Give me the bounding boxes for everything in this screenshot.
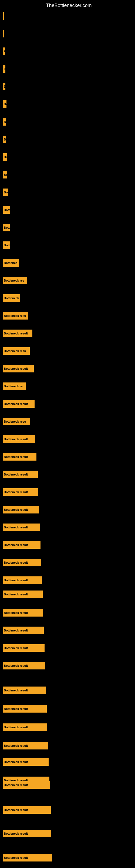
bar: Bo: [3, 100, 6, 108]
bar-row: Bottl: [3, 206, 10, 214]
bar-label: Bottleneck result: [4, 402, 28, 405]
bar: B: [3, 65, 5, 73]
bar-label: Bottleneck result: [4, 437, 28, 441]
bar-row: Bottleneck resu: [3, 418, 30, 425]
chart-container: TheBottlenecker.com EBEBoBBBoBoBotBottlB…: [0, 0, 135, 868]
bar: Bottleneck result: [3, 830, 51, 837]
bar: Bottleneck result: [3, 330, 32, 337]
bar: Bo: [3, 153, 7, 161]
bar-label: Bottleneck result: [4, 508, 28, 511]
bar-label: Bottleneck result: [4, 832, 28, 835]
bar: Bottleneck result: [3, 488, 38, 496]
bar-row: Bottleneck resu: [3, 312, 28, 319]
bar: [3, 30, 4, 37]
bar: Bottleneck result: [3, 662, 45, 670]
bar-label: Bottleneck res: [4, 279, 24, 282]
bar-label: Bottleneck result: [4, 783, 28, 786]
bar: Bottleneck result: [3, 400, 35, 408]
bar: Bottleneck result: [3, 644, 45, 652]
bar-row: Bottleneck result: [3, 400, 35, 408]
bar-row: Bottleneck result: [3, 365, 34, 372]
bar: Bottleneck result: [3, 723, 47, 731]
bar-label: Bottleneck result: [4, 455, 28, 458]
bar-row: Bott: [3, 224, 10, 231]
bar-label: Bottleneck result: [4, 808, 28, 812]
bar: Bot: [3, 188, 8, 196]
bar-label: Bo: [4, 173, 7, 176]
bar: Bottleneck result: [3, 627, 44, 634]
bar-label: B: [4, 67, 5, 70]
bar-label: Bottleneck result: [4, 593, 28, 596]
bar-label: Bottleneck result: [4, 689, 28, 692]
bar-label: Bottleneck: [4, 297, 19, 300]
bar-label: B: [4, 138, 6, 141]
bar-label: Bottleneck resu: [4, 349, 26, 352]
bar: Bottleneck result: [3, 365, 34, 372]
bar: E: [3, 48, 5, 55]
bar-row: Bottleneck result: [3, 758, 49, 766]
bar-row: [3, 30, 4, 37]
bar: Bottleneck result: [3, 453, 37, 461]
bar-row: B: [3, 135, 6, 143]
bar: Bottleneck resu: [3, 312, 28, 319]
bar: Bottleneck result: [3, 854, 52, 862]
bar: Bottleneck result: [3, 806, 51, 814]
bar-row: E: [3, 48, 5, 55]
bar-label: Bottleneck result: [4, 629, 28, 632]
bar: Bottleneck result: [3, 742, 48, 749]
bar-label: Bottleneck resu: [4, 420, 26, 423]
bar-row: Bottl: [3, 241, 10, 249]
bar-label: Bottleneck result: [4, 561, 28, 564]
bar: Bottleneck result: [3, 471, 38, 478]
bar-row: Bottleneck result: [3, 506, 39, 514]
bar: Bottleneck resu: [3, 347, 30, 355]
bar-row: Bottleneck result: [3, 644, 45, 652]
bar: Bo: [3, 171, 7, 179]
bar-row: Bottleneck result: [3, 705, 47, 713]
bar: [3, 12, 4, 20]
bar: Bottl: [3, 241, 10, 249]
bar-row: Bo: [3, 171, 7, 179]
bar-label: Bottleneck result: [4, 725, 28, 729]
bar: Bottleneck result: [3, 781, 50, 789]
bar-label: E: [4, 50, 5, 53]
bar-row: Bottleneck re: [3, 382, 26, 390]
bar-label: Bottleneck result: [4, 332, 28, 335]
bar-row: Bottleneck result: [3, 742, 48, 749]
bar-label: Bottl: [4, 208, 10, 212]
bar: Bottleneck result: [3, 541, 41, 549]
bar-row: B: [3, 118, 6, 126]
bar: Bottleneck result: [3, 559, 41, 566]
bar: Bott: [3, 224, 10, 231]
bar-row: Bottleneck result: [3, 559, 41, 566]
bar-label: Bottleneck resu: [4, 314, 26, 317]
bar-row: Bottleneck result: [3, 686, 46, 694]
bar-row: Bottleneck result: [3, 662, 45, 670]
bar: Bottleneck result: [3, 758, 49, 766]
bar-row: Bottleneck result: [3, 609, 43, 617]
bar-row: Bottlenec: [3, 259, 19, 267]
bar-row: Bottleneck result: [3, 524, 40, 531]
bar-row: B: [3, 65, 5, 73]
bar-label: Bottl: [4, 244, 10, 247]
bar-row: Bottleneck result: [3, 435, 35, 443]
bar-label: B: [4, 120, 6, 123]
bar-label: E: [4, 85, 5, 88]
bar-label: Bottleneck result: [4, 664, 28, 667]
bar: Bottleneck result: [3, 577, 42, 584]
bar-row: Bottleneck res: [3, 277, 27, 284]
bar-label: Bottleneck result: [4, 856, 28, 859]
bar-row: Bottleneck result: [3, 806, 51, 814]
bar-label: Bo: [4, 102, 6, 106]
bar-row: E: [3, 83, 5, 90]
bar: Bottlenec: [3, 259, 19, 267]
bar: Bottleneck result: [3, 506, 39, 514]
bar-label: Bottleneck result: [4, 611, 28, 614]
bar: Bottleneck result: [3, 524, 40, 531]
bar: E: [3, 83, 5, 90]
bar-row: Bottleneck result: [3, 577, 42, 584]
bar-row: Bottleneck resu: [3, 347, 30, 355]
bar-row: Bottleneck result: [3, 781, 50, 789]
bar-label: Bottleneck result: [4, 367, 28, 370]
bar-label: Bottleneck result: [4, 646, 28, 650]
